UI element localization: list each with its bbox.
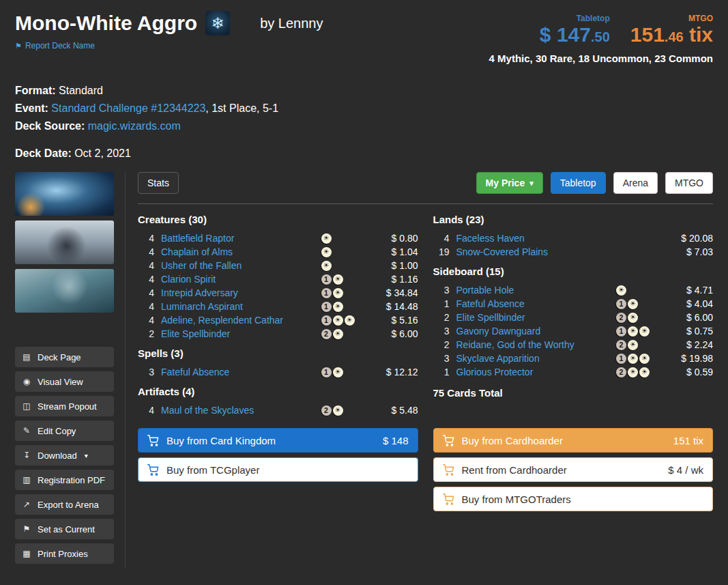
sidebar-button-download[interactable]: ↧Download▾ bbox=[15, 445, 114, 466]
card-row: 4Usher of the Fallen☀$ 1.00 bbox=[138, 259, 418, 272]
buy-buttons: Buy from Card Kingdom$ 148Buy from TCGpl… bbox=[138, 428, 713, 516]
card-price: $ 12.12 bbox=[370, 367, 418, 377]
sidebar-button-registration-pdf[interactable]: ▥Registration PDF bbox=[15, 470, 114, 490]
card-qty: 1 bbox=[433, 367, 450, 377]
sidebar-button-label: Stream Popout bbox=[38, 401, 97, 412]
card-link[interactable]: Faceless Haven bbox=[456, 233, 617, 244]
card-price: $ 5.48 bbox=[370, 405, 418, 416]
deck-meta: Format: Standard Event: Standard Challen… bbox=[15, 82, 713, 162]
deck-author: by Lennny bbox=[260, 16, 323, 31]
card-link[interactable]: Chaplain of Alms bbox=[161, 246, 321, 257]
card-qty: 3 bbox=[138, 367, 154, 377]
card-link[interactable]: Glorious Protector bbox=[456, 367, 617, 377]
sidebar-button-stream-popout[interactable]: ◫Stream Popout bbox=[15, 396, 114, 416]
card-link[interactable]: Intrepid Adversary bbox=[161, 287, 321, 298]
card-link[interactable]: Maul of the Skyclaves bbox=[161, 405, 321, 416]
cart-icon bbox=[443, 464, 454, 476]
sidebar-button-label: Edit Copy bbox=[38, 426, 76, 436]
generic-mana-icon: 1 bbox=[321, 367, 332, 377]
mtgo-price-value: 151.46 tix bbox=[630, 23, 713, 48]
generic-mana-icon: 1 bbox=[616, 326, 626, 337]
white-mana-icon: ☀ bbox=[333, 288, 343, 298]
sidebar-button-label: Deck Page bbox=[38, 352, 81, 362]
card-link[interactable]: Elite Spellbinder bbox=[161, 328, 321, 339]
white-mana-icon: ☀ bbox=[639, 354, 650, 364]
white-mana-icon: ☀ bbox=[333, 302, 343, 312]
cart-icon bbox=[443, 494, 454, 505]
generic-mana-icon: 1 bbox=[321, 315, 332, 326]
sidebar-button-label: Export to Arena bbox=[38, 500, 99, 510]
format-value: Standard bbox=[59, 85, 103, 96]
card-link[interactable]: Gavony Dawnguard bbox=[456, 326, 617, 337]
white-mana-icon: ☀ bbox=[321, 261, 332, 271]
card-qty: 2 bbox=[433, 312, 450, 323]
buy-button-label: Buy from Card Kingdom bbox=[166, 435, 276, 446]
deck-source-link[interactable]: magic.wizards.com bbox=[88, 120, 181, 132]
tab-arena[interactable]: Arena bbox=[613, 172, 658, 194]
card-link[interactable]: Luminarch Aspirant bbox=[161, 301, 321, 312]
event-link[interactable]: Standard Challenge #12344223 bbox=[51, 102, 205, 114]
my-price-dropdown[interactable]: My Price▾ bbox=[476, 172, 543, 194]
buy-button-label: Buy from MTGOTraders bbox=[462, 494, 571, 505]
card-link[interactable]: Elite Spellbinder bbox=[456, 312, 617, 323]
report-deck-name-link[interactable]: ⚑Report Deck Name bbox=[15, 41, 95, 51]
card-row: 3Skyclave Apparition1☀☀$ 19.98 bbox=[433, 352, 714, 365]
card-link[interactable]: Snow-Covered Plains bbox=[456, 246, 617, 257]
card-price: $ 4.71 bbox=[665, 285, 713, 296]
buy-button-buy-from-mtgotraders[interactable]: Buy from MTGOTraders bbox=[433, 487, 714, 511]
page-title: Mono-White Aggro bbox=[15, 12, 197, 35]
white-mana-icon: ☀ bbox=[333, 315, 343, 326]
card-link[interactable]: Adeline, Resplendent Cathar bbox=[161, 315, 321, 326]
download-icon: ↧ bbox=[22, 451, 31, 460]
white-mana-icon: ☀ bbox=[628, 367, 638, 377]
card-link[interactable]: Battlefield Raptor bbox=[161, 233, 321, 244]
buy-button-buy-from-tcgplayer[interactable]: Buy from TCGplayer bbox=[138, 457, 418, 482]
card-link[interactable]: Skyclave Apparition bbox=[456, 353, 617, 364]
mana-cost: 1☀ bbox=[616, 299, 665, 309]
buy-button-buy-from-card-kingdom[interactable]: Buy from Card Kingdom$ 148 bbox=[138, 428, 418, 453]
tab-mtgo[interactable]: MTGO bbox=[665, 172, 713, 194]
printer-icon: ▦ bbox=[22, 549, 31, 558]
sidebar-button-deck-page[interactable]: ▤Deck Page bbox=[15, 347, 114, 367]
card-link[interactable]: Portable Hole bbox=[456, 285, 617, 296]
eye-icon: ◉ bbox=[22, 377, 31, 386]
card-price: $ 1.00 bbox=[370, 260, 418, 271]
card-link[interactable]: Reidane, God of the Worthy bbox=[456, 339, 617, 350]
sidebar-button-print-proxies[interactable]: ▦Print Proxies bbox=[15, 543, 114, 564]
card-link[interactable]: Fateful Absence bbox=[161, 367, 321, 377]
card-row: 3Fateful Absence1☀$ 12.12 bbox=[138, 365, 418, 379]
buy-button-buy-from-cardhoarder[interactable]: Buy from Cardhoarder151 tix bbox=[433, 428, 714, 453]
flag-icon: ⚑ bbox=[15, 42, 22, 51]
card-qty: 3 bbox=[433, 353, 450, 364]
card-link[interactable]: Clarion Spirit bbox=[161, 274, 321, 285]
sidebar-button-edit-copy[interactable]: ✎Edit Copy bbox=[15, 420, 114, 441]
white-mana-icon: ☀ bbox=[333, 329, 343, 339]
toolbar: Stats My Price▾ Tabletop Arena MTGO bbox=[138, 172, 713, 194]
buy-button-label: Buy from TCGplayer bbox=[166, 464, 259, 476]
buy-button-amount: $ 4 / wk bbox=[668, 464, 703, 476]
card-qty: 4 bbox=[138, 274, 154, 285]
card-link[interactable]: Usher of the Fallen bbox=[161, 260, 321, 271]
sidebar-button-visual-view[interactable]: ◉Visual View bbox=[15, 371, 114, 392]
white-mana-icon: ☀ bbox=[639, 326, 650, 337]
card-row: 4Faceless Haven$ 20.08 bbox=[433, 231, 714, 245]
buy-button-rent-from-cardhoarder[interactable]: Rent from Cardhoarder$ 4 / wk bbox=[433, 457, 714, 482]
tab-tabletop[interactable]: Tabletop bbox=[551, 172, 606, 194]
my-price-label: My Price bbox=[486, 177, 525, 188]
card-price: $ 1.04 bbox=[370, 246, 418, 257]
card-row: 4Battlefield Raptor☀$ 0.80 bbox=[138, 231, 418, 245]
card-link[interactable]: Fateful Absence bbox=[456, 298, 617, 309]
section-header-creatures-30: Creatures (30) bbox=[138, 214, 418, 225]
card-qty: 4 bbox=[138, 301, 154, 312]
white-mana-icon: ☀ bbox=[333, 274, 343, 285]
sidebar-button-export-to-arena[interactable]: ↗Export to Arena bbox=[15, 494, 114, 515]
sidebar-button-set-as-current[interactable]: ⚑Set as Current bbox=[15, 519, 114, 539]
mana-cost: 1☀ bbox=[321, 274, 370, 285]
stats-button[interactable]: Stats bbox=[138, 172, 179, 194]
sidebar-button-label: Print Proxies bbox=[38, 549, 88, 559]
buy-button-label: Buy from Cardhoarder bbox=[462, 435, 563, 446]
white-mana-icon: ☀ bbox=[628, 326, 638, 337]
popout-icon: ◫ bbox=[22, 401, 31, 411]
white-mana-icon: ☀ bbox=[639, 367, 650, 377]
card-row: 19Snow-Covered Plains$ 7.03 bbox=[433, 245, 714, 259]
